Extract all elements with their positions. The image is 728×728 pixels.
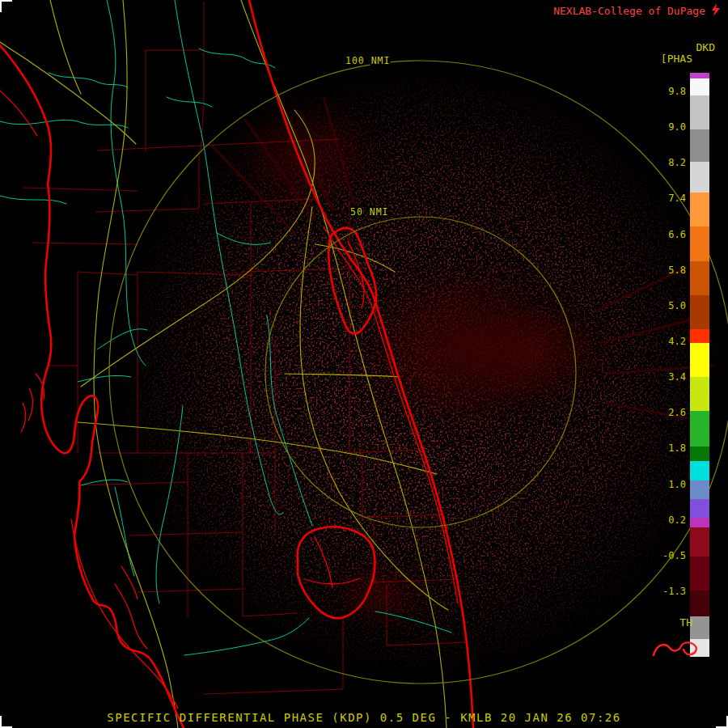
site-header: NEXLAB-College of DuPage [553, 5, 705, 17]
signature-squiggle-icon [650, 636, 707, 658]
threshold-label: TH [679, 616, 692, 629]
units-label: [PHAS [661, 53, 692, 65]
product-code: DKD [696, 41, 715, 53]
annotation-layer: NEXLAB-College of DuPage DKD [PHAS TH SP… [0, 0, 728, 728]
cod-logo-icon [710, 3, 722, 16]
product-caption: SPECIFIC DIFFERENTIAL PHASE (KDP) 0.5 DE… [107, 711, 620, 724]
radar-display: 50 NMI 100 NMI 9.89.08.27.46.65.85.04.23… [0, 0, 728, 728]
